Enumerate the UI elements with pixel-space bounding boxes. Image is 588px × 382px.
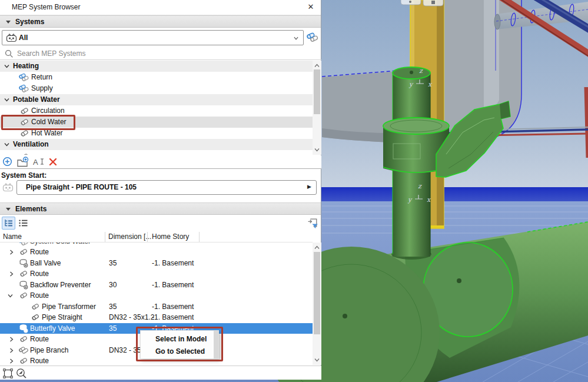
system-category-icon <box>2 183 14 192</box>
bottom-toolbar <box>0 366 321 380</box>
systems-filter-dropdown[interactable]: All <box>2 30 304 45</box>
mep-system-browser-panel: MEP System Browser ✕ Systems All Heating <box>0 0 321 380</box>
annotation-box-context-menu <box>136 327 223 361</box>
scrollbar-thumb[interactable] <box>314 69 320 114</box>
elements-section-header[interactable]: Elements <box>0 202 321 215</box>
systems-scrollbar[interactable] <box>313 61 321 155</box>
mep-systems-icon[interactable] <box>307 31 320 44</box>
table-row[interactable]: Pipe Transformer 35 -1. Basement <box>0 301 313 312</box>
pipe-icon <box>31 313 40 322</box>
search-input[interactable] <box>16 48 277 59</box>
panel-titlebar[interactable]: MEP System Browser ✕ <box>0 0 321 15</box>
system-start-label: System Start: <box>1 171 46 180</box>
elements-scrollbar[interactable] <box>313 243 321 365</box>
table-row[interactable]: Pipe Straight DN32 - 35x1.2 -1. Basement <box>0 312 313 323</box>
valve-icon <box>19 280 28 290</box>
pipe-icon <box>31 302 40 311</box>
systems-group-ventilation[interactable]: Ventilation <box>0 139 313 150</box>
expander-icon[interactable] <box>8 293 13 298</box>
pick-up-filter-button[interactable] <box>307 217 319 229</box>
annotation-box-cold-water <box>1 115 75 130</box>
system-item-clipped[interactable] <box>0 150 313 155</box>
expander-icon[interactable] <box>9 358 14 364</box>
scroll-up-icon[interactable] <box>314 245 320 250</box>
system-icon <box>18 243 29 247</box>
table-row[interactable]: Backflow Preventer 30 -1. Basement <box>0 280 313 290</box>
chevron-down-icon[interactable] <box>4 97 9 102</box>
expander-icon[interactable] <box>9 337 14 342</box>
search-row <box>0 47 321 60</box>
systems-section-label: Systems <box>15 18 44 26</box>
collapse-caret-icon[interactable] <box>6 21 11 24</box>
pipe-icon <box>19 356 28 365</box>
scroll-up-icon[interactable] <box>314 63 320 68</box>
marquee-select-button[interactable] <box>3 368 13 378</box>
zoom-to-selection-button[interactable] <box>16 368 27 379</box>
pipe-icon <box>19 152 29 155</box>
scrollbar-thumb[interactable] <box>314 252 320 334</box>
pipe-icon <box>19 291 28 300</box>
column-divider[interactable] <box>105 232 105 242</box>
column-header-dimension[interactable]: Dimension [... <box>108 232 151 241</box>
collapse-caret-icon[interactable] <box>6 208 11 211</box>
add-system-button[interactable] <box>2 157 12 167</box>
system-category-icon <box>6 34 17 42</box>
table-row[interactable]: Route <box>0 290 313 301</box>
panel-title: MEP System Browser <box>12 3 80 11</box>
column-header-name[interactable]: Name <box>3 232 22 241</box>
system-icon <box>19 84 30 94</box>
table-row[interactable]: Ball Valve 35 -1. Basement <box>0 258 313 268</box>
system-item-supply[interactable]: Supply <box>0 83 313 94</box>
list-view-icon <box>18 218 28 228</box>
column-header-home-story[interactable]: Home Story <box>152 232 189 241</box>
systems-tree: Heating Return Supply Potable Water Circ… <box>0 61 313 155</box>
table-row[interactable]: System Cold Water <box>0 243 313 247</box>
pipe-branch-icon <box>19 346 28 355</box>
pipe-icon <box>19 269 28 278</box>
delete-button[interactable] <box>49 158 57 166</box>
elements-table-header: Name Dimension [... Home Story <box>0 231 313 243</box>
expander-icon[interactable] <box>9 271 14 277</box>
systems-toolbar <box>0 155 321 169</box>
new-folder-button[interactable] <box>16 157 29 168</box>
valve-icon <box>19 324 28 333</box>
close-icon[interactable]: ✕ <box>305 2 316 12</box>
systems-filter-value: All <box>19 34 28 42</box>
system-icon <box>19 72 30 82</box>
systems-group-potable-water[interactable]: Potable Water <box>0 94 313 105</box>
tree-view-button[interactable] <box>2 217 15 230</box>
pipe-icon <box>19 334 28 344</box>
systems-group-heating[interactable]: Heating <box>0 61 313 72</box>
column-divider[interactable] <box>199 232 200 242</box>
tree-view-icon <box>4 218 14 228</box>
elements-section-label: Elements <box>15 205 46 213</box>
system-item-return[interactable]: Return <box>0 72 313 83</box>
table-row[interactable]: Route <box>0 268 313 279</box>
list-view-button[interactable] <box>16 217 30 230</box>
arrow-right-icon[interactable]: ▶ <box>307 184 311 190</box>
chevron-down-icon[interactable] <box>293 36 299 41</box>
scroll-down-icon[interactable] <box>314 357 320 363</box>
system-start-dropdown[interactable]: Pipe Straight - PIPE ROUTE - 105 ▶ <box>16 180 317 195</box>
system-start-value: Pipe Straight - PIPE ROUTE - 105 <box>26 183 137 191</box>
chevron-down-icon[interactable] <box>4 142 9 147</box>
scroll-down-icon[interactable] <box>314 147 320 152</box>
table-row[interactable]: Route <box>0 247 313 257</box>
systems-section-header[interactable]: Systems <box>0 15 321 28</box>
mep-system-browser-app: z y x z y x MEP System Browser ✕ Sy <box>0 0 588 382</box>
pipe-icon <box>19 247 28 257</box>
expander-icon[interactable] <box>9 250 14 255</box>
valve-icon <box>19 258 28 268</box>
search-icon <box>5 49 14 58</box>
chevron-down-icon[interactable] <box>4 64 9 69</box>
expander-icon[interactable] <box>9 348 14 353</box>
rename-button[interactable] <box>33 157 45 167</box>
column-divider[interactable] <box>147 232 148 242</box>
